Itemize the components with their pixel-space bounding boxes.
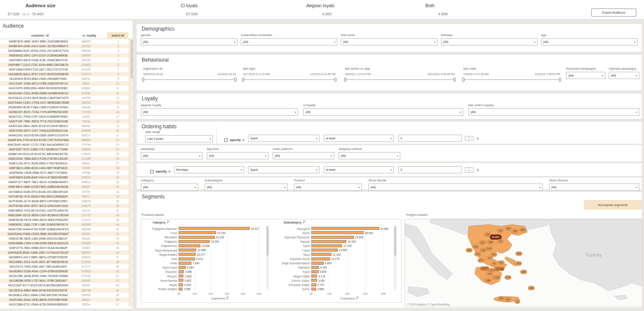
table-row[interactable]: 0A2BE2E7-6E2C-7C64-71F6-B4F55293CA59 177…: [0, 110, 133, 114]
table-row[interactable]: 0A5D20DE-7BB8-6AF2-F2A9-F287B1C5A33F 101…: [0, 156, 133, 161]
bar-row[interactable]: Ζεστοί 2.555: [278, 287, 391, 291]
slider-handle-right[interactable]: [334, 78, 336, 82]
last-order-loyalty-dropdown[interactable]: (All)▾: [468, 108, 639, 116]
table-row[interactable]: 0A12C62F-A771-8015-E5CA-BE95EDBAFAAF 909…: [0, 283, 133, 288]
table-row[interactable]: 0A9D3C5E-5626-1382-A956-40D21613BDCF 696…: [0, 236, 133, 241]
bar-row[interactable]: Κρύα 17.100: [278, 244, 391, 248]
table-row[interactable]: 0A7D5F46-747E-B52B-F982-B6F1CB5536DF 996…: [0, 194, 133, 199]
bar-row[interactable]: Xmas 7.940: [144, 261, 265, 266]
table-row[interactable]: 0A29C6B1-E942-253E-BB26-919F00BF0935 809…: [0, 297, 133, 302]
table-row[interactable]: 0A13E91A-48B4-3666-AF46-E6F6DE293F3F 198…: [0, 288, 133, 292]
table-row[interactable]: 0A0DBB89-A037-AFDE-D001-24C32BCE791D 186…: [0, 48, 133, 53]
table-row[interactable]: 0A8E803C-13B2-723F-C45F-D34EE08FEE74 182…: [0, 222, 133, 227]
column-select-all[interactable]: select all: [107, 32, 128, 39]
bar-row[interactable]: Jingle Espresso Based 6.803: [278, 261, 391, 266]
bar[interactable]: [179, 288, 182, 291]
scrollbar-thumb[interactable]: [266, 226, 269, 256]
table-row[interactable]: 0A5F3BC0-2850-8226-14D6-9BF73D8F5A03 702…: [0, 166, 133, 170]
table-row[interactable]: 0A8D28AF-DD15-380B-C4DF-BC89CE1502A5 131…: [0, 213, 133, 218]
newsletter-dropdown[interactable]: (All)▾: [241, 38, 337, 45]
bar[interactable]: [311, 274, 317, 277]
table-row[interactable]: 0A0F0BF3-66C9-F438-4C6F-2538C8B2F07A 190…: [0, 58, 133, 62]
slider-track[interactable]: [243, 79, 336, 83]
product-dropdown[interactable]: (All)▾: [294, 184, 362, 191]
bar-row[interactable]: Espresso Παγωμένα 23.600: [278, 235, 391, 239]
bar-row[interactable]: Καφεκοπτείο 13.396: [144, 244, 265, 248]
bar-row[interactable]: Eats 9.976: [144, 257, 265, 261]
first-name-dropdown[interactable]: (All)▾: [341, 38, 437, 45]
map-region[interactable]: 141: [486, 271, 493, 276]
bar[interactable]: [179, 249, 196, 252]
bar-row[interactable]: Φίλτρου 2.969: [144, 274, 265, 278]
table-row[interactable]: 0A9D4BBB-C9E4-C448-D059-59A0E1E8412A 146…: [0, 241, 133, 246]
stepper-up-icon[interactable]: ›: [469, 168, 473, 172]
bar[interactable]: [179, 227, 250, 230]
map-region[interactable]: 18.936: [494, 267, 504, 271]
slider-handle-left[interactable]: [142, 78, 144, 82]
ci-loyalty-dropdown[interactable]: (All)▾: [303, 108, 463, 116]
day-time-dropdown[interactable]: (All)▾: [207, 152, 268, 159]
stepper-up-icon[interactable]: ›: [469, 136, 473, 141]
audience-scrollbar[interactable]: [131, 39, 133, 307]
bar[interactable]: [311, 240, 346, 243]
bar-row[interactable]: Protein Shakes 2.285: [144, 287, 265, 291]
bar-row[interactable]: Γλυκά 14.543: [278, 248, 391, 252]
specify-checkbox[interactable]: [150, 170, 154, 173]
bar[interactable]: [311, 279, 317, 282]
bar-row[interactable]: Παγωμένα 37.661: [278, 226, 391, 231]
map-region[interactable]: 858: [519, 228, 526, 232]
map-region[interactable]: 312: [515, 261, 522, 266]
bar-row[interactable]: Ροφήματα Espresso 44.127: [144, 226, 265, 231]
table-row[interactable]: 0A9A7D50-AA9A-E764-61BF-A2B6E4AD9FE3 169…: [0, 227, 133, 232]
bar[interactable]: [311, 283, 316, 286]
map-region[interactable]: 243: [466, 248, 473, 252]
map-region[interactable]: 346: [528, 286, 535, 290]
map-region[interactable]: 515: [486, 246, 493, 251]
table-row[interactable]: 0A1C618F-1D6E-66C3-07B5-2A3D00F5971A 953…: [0, 81, 133, 86]
bar-row[interactable]: Single Estate 3.175: [278, 274, 391, 278]
bar-row[interactable]: Single Estates 10.477: [144, 252, 265, 257]
bar[interactable]: [179, 274, 183, 277]
table-row[interactable]: 0A4C540F-AEAF-C27D-7D82-BA1AD8959CCC 179…: [0, 142, 133, 147]
scrollbar-thumb[interactable]: [131, 40, 133, 78]
bar-row[interactable]: Microfarm 22.316: [144, 235, 265, 239]
table-row[interactable]: 0A4AF304-272D-6CED-EC5E-CFE7E901F9BA 166…: [0, 138, 133, 142]
table-row[interactable]: 0A1A893D-BA12-3F97-C6CF-B92DD6056E58 171…: [0, 72, 133, 76]
bar[interactable]: [179, 266, 186, 269]
table-row[interactable]: 0A0BCB76-4B6C-B397-85B1-9162A8B2B064 180…: [0, 39, 133, 44]
date-range-dropdown[interactable]: Last 3 years▾: [145, 135, 213, 142]
scrollbar-thumb[interactable]: [394, 226, 396, 256]
day-dropdown-2[interactable]: Mondays▾: [174, 166, 244, 173]
aegean-loyalty-dropdown[interactable]: (All)▾: [141, 108, 298, 116]
birthday-dropdown[interactable]: (All)▾: [441, 38, 538, 45]
metric-dropdown-1[interactable]: Spent▾: [248, 135, 319, 142]
bar-row[interactable]: Ζεστός- Κρύος 3.081: [278, 278, 391, 283]
bar[interactable]: [311, 253, 331, 256]
table-row[interactable]: 0A4F33E7-9371-D589-7227-5AABD1F720AB 139…: [0, 147, 133, 152]
bar[interactable]: [311, 262, 324, 265]
slider-handle-left[interactable]: [344, 78, 346, 82]
subcategory-dropdown[interactable]: (All)▾: [205, 184, 288, 191]
bar[interactable]: [311, 236, 354, 239]
slider-handle-left[interactable]: [242, 78, 244, 82]
bar[interactable]: [311, 288, 316, 291]
bar[interactable]: [311, 257, 330, 260]
map-region[interactable]: 411: [498, 260, 504, 265]
bar[interactable]: [179, 240, 210, 243]
bar[interactable]: [179, 244, 200, 247]
bar[interactable]: [311, 227, 379, 230]
table-row[interactable]: 0A1FDA60-CD5C-CFE8-4207-8B5B6A8C9EB8 168…: [0, 100, 133, 105]
table-row[interactable]: 0A1E04F5-3065-6951-A5A9-5E0D06FE0DBC 153…: [0, 86, 133, 90]
map-region[interactable]: 385: [487, 240, 494, 244]
table-row[interactable]: 0A09DB91-D039-A541-CD04-578905189A0B 170…: [0, 269, 133, 274]
table-row[interactable]: 0A5BF240-5013-DF26-EF9C-BBDA48C8275C 174…: [0, 152, 133, 156]
bar[interactable]: [179, 236, 215, 239]
map-region[interactable]: 180: [480, 248, 487, 252]
bar[interactable]: [311, 270, 319, 273]
map-region[interactable]: 464: [505, 226, 512, 231]
bar-row[interactable]: Νερά-Χυμοί 4.384: [144, 266, 265, 270]
table-row[interactable]: 0A01FE74-7945-2966-18D7-58CA4AB12697 117…: [0, 264, 133, 269]
map-region[interactable]: 620: [479, 240, 486, 245]
store-nomos-dropdown[interactable]: (All)▾: [549, 184, 639, 191]
table-row[interactable]: 0A3CF33F-7B8C-56C6-7F7A-F612308D416B 784…: [0, 119, 133, 124]
